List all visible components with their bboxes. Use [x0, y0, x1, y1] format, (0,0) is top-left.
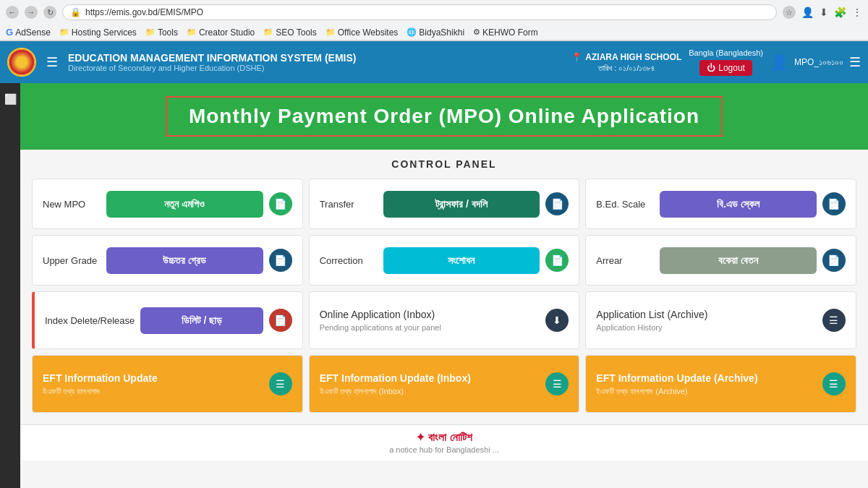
- eft-archive-text: EFT Information Update (Archive) ইএফটি ত…: [596, 372, 822, 396]
- index-delete-button[interactable]: ডিলিট / ছাড়: [140, 307, 263, 334]
- bed-scale-cell[interactable]: B.Ed. Scale বি.এড স্কেল 📄: [585, 179, 856, 229]
- header-menu-icon[interactable]: ☰: [849, 54, 861, 70]
- bookmark-hosting[interactable]: 📁 Hosting Services: [59, 27, 137, 38]
- arrear-cell[interactable]: Arrear বকেয়া বেতন 📄: [585, 235, 856, 286]
- refresh-button[interactable]: ↻: [43, 6, 56, 19]
- kehwo-label: KEHWO Form: [482, 27, 538, 38]
- bookmark-creator-studio[interactable]: 📁 Creator Studio: [187, 27, 255, 38]
- eft-inbox-text: EFT Information Update (Inbox) ইএফটি তথ্…: [320, 372, 546, 396]
- transfer-doc-button[interactable]: 📄: [545, 192, 569, 215]
- eft-inbox-cell[interactable]: EFT Information Update (Inbox) ইএফটি তথ্…: [309, 355, 580, 413]
- bookmark-tools[interactable]: 📁 Tools: [145, 27, 178, 38]
- eft-inbox-sublabel: ইএফটি তথ্য হালনাগাদ (Inbox): [320, 387, 546, 396]
- correction-cell[interactable]: Correction সংশোধন 📄: [309, 235, 580, 286]
- bed-scale-doc-button[interactable]: 📄: [822, 192, 846, 215]
- bed-scale-label: B.Ed. Scale: [596, 199, 654, 210]
- folder-icon-4: 📁: [263, 27, 273, 37]
- online-inbox-icon-button[interactable]: ⬇: [545, 309, 569, 332]
- new-mpo-label: New MPO: [43, 199, 101, 210]
- more-button[interactable]: ⋮: [852, 7, 862, 18]
- main-content: ⬜ Monthly Payment Order (MPO) Online App…: [0, 83, 868, 488]
- arrear-doc-button[interactable]: 📄: [822, 249, 846, 272]
- bookmark-kehwo[interactable]: ⚙ KEHWO Form: [473, 27, 538, 38]
- globe-icon: 🌐: [407, 27, 417, 37]
- date-info: তারিখ : ০১/০১/১৩৮৪: [598, 64, 655, 73]
- sidebar: ⬜: [0, 83, 20, 488]
- eft-archive-sublabel: ইএফটি তথ্য হালনাগাদ (Archive): [596, 387, 822, 396]
- eft-update-text: EFT Information Update ইএফটি তথ্য হালনাগ…: [43, 372, 269, 396]
- eft-archive-icon-button[interactable]: ☰: [822, 372, 846, 395]
- online-inbox-sublabel: Pending applications at your panel: [320, 323, 546, 332]
- tools-label: Tools: [158, 27, 178, 38]
- logout-label: Logout: [718, 63, 745, 73]
- sidebar-icon-1[interactable]: ⬜: [4, 89, 17, 109]
- eft-inbox-label: EFT Information Update (Inbox): [320, 372, 546, 384]
- back-button[interactable]: ←: [6, 6, 19, 19]
- new-mpo-doc-button[interactable]: 📄: [269, 192, 292, 215]
- transfer-button[interactable]: ট্রান্সফার / বদলি: [383, 191, 540, 218]
- eft-inbox-icon-button[interactable]: ☰: [545, 372, 569, 395]
- folder-icon-2: 📁: [145, 27, 156, 37]
- logout-button[interactable]: ⏻ Logout: [699, 60, 752, 76]
- transfer-label: Transfer: [320, 199, 378, 210]
- creator-studio-label: Creator Studio: [199, 27, 255, 38]
- user-avatar-icon: 👤: [770, 53, 788, 71]
- forward-button[interactable]: →: [25, 6, 38, 19]
- correction-button[interactable]: সংশোধন: [383, 247, 540, 274]
- bookmark-bidyashikhi[interactable]: 🌐 BidyaShikhi: [407, 27, 464, 38]
- seo-tools-label: SEO Tools: [276, 27, 316, 38]
- app-logo: [7, 48, 36, 77]
- index-delete-cell[interactable]: Index Delete/Release ডিলিট / ছাড় 📄: [32, 291, 303, 349]
- bookmark-adsense[interactable]: G AdSense: [6, 27, 51, 38]
- footer-notice: ✦ বাংলা নোটিশ a notice hub for Banglades…: [20, 424, 868, 461]
- index-delete-doc-button[interactable]: 📄: [269, 309, 292, 332]
- new-mpo-cell[interactable]: New MPO নতুন এমপিও 📄: [32, 179, 303, 229]
- lang-section: Bangla (Bangladesh) ⏻ Logout: [689, 48, 763, 76]
- hero-banner: Monthly Payment Order (MPO) Online Appli…: [20, 83, 868, 150]
- control-panel-header: CONTROL PANEL: [20, 150, 868, 179]
- app-archive-label: Application List (Archive): [596, 309, 822, 320]
- extension-button[interactable]: 🧩: [834, 7, 846, 18]
- correction-doc-button[interactable]: 📄: [545, 249, 569, 272]
- bed-scale-button[interactable]: বি.এড স্কেল: [660, 191, 817, 218]
- online-inbox-cell[interactable]: Online Application (Inbox) Pending appli…: [309, 291, 580, 349]
- transfer-cell[interactable]: Transfer ট্রান্সফার / বদলি 📄: [309, 179, 580, 229]
- hosting-label: Hosting Services: [72, 27, 137, 38]
- app-archive-cell[interactable]: Application List (Archive) Application H…: [585, 291, 856, 349]
- upper-grade-doc-button[interactable]: 📄: [269, 249, 292, 272]
- new-mpo-button[interactable]: নতুন এমপিও: [106, 191, 263, 218]
- address-bar[interactable]: 🔒 https://emis.gov.bd/EMIS/MPO: [62, 4, 777, 20]
- bookmark-seo-tools[interactable]: 📁 SEO Tools: [263, 27, 316, 38]
- browser-nav: ← → ↻ 🔒 https://emis.gov.bd/EMIS/MPO ☆ 👤…: [0, 0, 868, 25]
- lock-icon: 🔒: [70, 7, 81, 17]
- panel-row-4: EFT Information Update ইএফটি তথ্য হালনাগ…: [32, 355, 856, 413]
- upper-grade-button[interactable]: উচ্চতর গ্রেড: [106, 247, 263, 274]
- eft-update-icon-button[interactable]: ☰: [269, 372, 292, 395]
- app-header: ☰ EDUCATION MANAGEMENT INFORMATION SYSTE…: [0, 41, 868, 83]
- eft-update-sublabel: ইএফটি তথ্য হালনাগাদ: [43, 387, 269, 396]
- school-info: 📍 AZIARA HIGH SCHOOL তারিখ : ০১/০১/১৩৮৪: [571, 52, 681, 73]
- online-inbox-label: Online Application (Inbox): [320, 309, 546, 320]
- star-button[interactable]: ☆: [783, 6, 796, 19]
- hamburger-icon[interactable]: ☰: [43, 51, 61, 73]
- app-archive-icon-button[interactable]: ☰: [822, 309, 846, 332]
- footer-tagline: a notice hub for Bangladeshi ...: [389, 445, 499, 454]
- bookmark-office-websites[interactable]: 📁 Office Websites: [326, 27, 399, 38]
- arrear-button[interactable]: বকেয়া বেতন: [660, 247, 817, 274]
- correction-label: Correction: [320, 255, 378, 266]
- bookmarks-bar: G AdSense 📁 Hosting Services 📁 Tools 📁 C…: [0, 25, 868, 40]
- folder-icon-3: 📁: [187, 27, 197, 37]
- panel-row-1: New MPO নতুন এমপিও 📄 Transfer ট্রান্সফার…: [32, 179, 856, 229]
- profile-button[interactable]: 👤: [801, 7, 814, 18]
- office-websites-label: Office Websites: [338, 27, 399, 38]
- app-title: EDUCATION MANAGEMENT INFORMATION SYSTEM …: [68, 52, 564, 64]
- eft-archive-cell[interactable]: EFT Information Update (Archive) ইএফটি ত…: [585, 355, 856, 413]
- address-text: https://emis.gov.bd/EMIS/MPO: [85, 7, 203, 17]
- app-title-block: EDUCATION MANAGEMENT INFORMATION SYSTEM …: [68, 52, 564, 72]
- upper-grade-cell[interactable]: Upper Grade উচ্চতর গ্রেড 📄: [32, 235, 303, 286]
- download-button[interactable]: ⬇: [820, 7, 828, 18]
- app-subtitle: Directorate of Secondary and Higher Educ…: [68, 64, 564, 72]
- panel-row-3: Index Delete/Release ডিলিট / ছাড় 📄 Onli…: [32, 291, 856, 349]
- eft-update-cell[interactable]: EFT Information Update ইএফটি তথ্য হালনাগ…: [32, 355, 303, 413]
- app-archive-sublabel: Application History: [596, 323, 822, 332]
